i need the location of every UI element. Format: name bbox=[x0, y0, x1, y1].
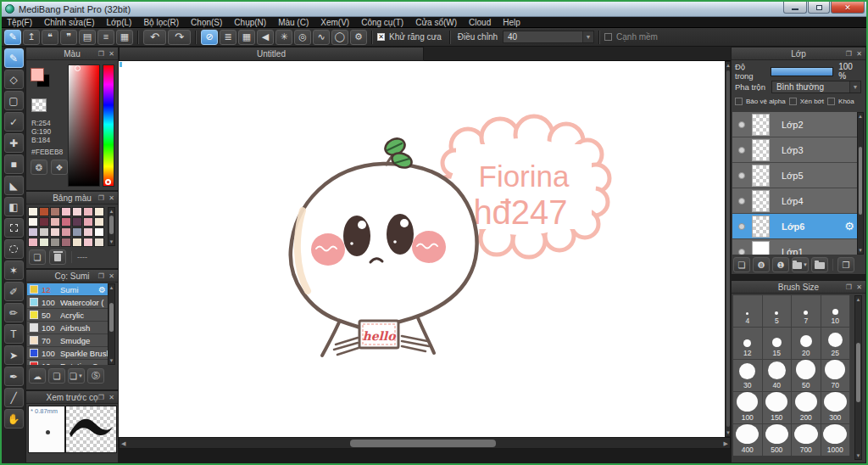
magic-wand-tool[interactable]: ✶ bbox=[4, 261, 24, 280]
brush-size-cell[interactable]: 4 bbox=[733, 295, 762, 327]
select-pen-tool[interactable]: ✐ bbox=[4, 282, 24, 301]
palette-swatch[interactable] bbox=[61, 217, 71, 227]
scroll-thumb[interactable] bbox=[109, 303, 114, 332]
paint-bucket-tool[interactable]: ◣ bbox=[4, 176, 24, 195]
brush-size-cell[interactable]: 5 bbox=[763, 295, 792, 327]
close-icon[interactable]: ✕ bbox=[108, 391, 114, 404]
snap-radial-button[interactable]: ✳ bbox=[275, 30, 292, 45]
menu-item-3[interactable]: Bộ lọc(R) bbox=[143, 18, 179, 27]
gear-icon[interactable]: ⚙ bbox=[844, 220, 854, 232]
shape-tool[interactable]: ▢ bbox=[4, 91, 24, 110]
palette-swatch[interactable] bbox=[39, 217, 49, 227]
move-tool[interactable]: ✚ bbox=[4, 133, 24, 153]
snap-curve-button[interactable]: ∿ bbox=[313, 30, 330, 45]
layer-row[interactable]: Lớp1 bbox=[732, 239, 860, 255]
minimize-button[interactable] bbox=[783, 2, 807, 14]
popout-icon[interactable]: ❐ bbox=[98, 192, 104, 204]
palette-swatch[interactable] bbox=[28, 217, 38, 227]
brush-row[interactable]: 10Rotation Sym bbox=[27, 360, 108, 365]
brush-size-cell[interactable]: 400 bbox=[733, 424, 762, 456]
scroll-down-icon[interactable]: ▼ bbox=[858, 247, 863, 254]
document-button[interactable]: ▤ bbox=[79, 30, 96, 45]
pointer-tool[interactable]: ➤ bbox=[4, 345, 24, 365]
brush-row[interactable]: 100Sparkle Brush bbox=[27, 347, 108, 360]
scroll-up-icon[interactable]: ▲ bbox=[108, 284, 114, 291]
layer-list-scrollbar[interactable]: ▲ ▼ bbox=[857, 112, 864, 255]
menu-item-2[interactable]: Lớp(L) bbox=[107, 18, 132, 27]
brush-size-cell[interactable]: 300 bbox=[821, 392, 850, 423]
brush-size-cell[interactable]: 10 bbox=[821, 295, 850, 327]
palette-swatch[interactable] bbox=[94, 227, 104, 237]
brush-size-cell[interactable]: 15 bbox=[763, 328, 792, 359]
menu-item-11[interactable]: Help bbox=[503, 18, 520, 27]
brush-size-cell[interactable]: 100 bbox=[733, 392, 762, 423]
layer-checkbox-2[interactable] bbox=[827, 98, 835, 105]
popout-icon[interactable]: ❐ bbox=[98, 391, 104, 404]
popout-icon[interactable]: ❐ bbox=[98, 270, 104, 283]
eraser-tool[interactable]: ◇ bbox=[4, 70, 24, 89]
palette-swatch[interactable] bbox=[72, 227, 82, 237]
menu-item-10[interactable]: Cloud bbox=[469, 18, 491, 27]
opacity-slider[interactable] bbox=[771, 67, 834, 76]
scroll-up-icon[interactable]: ▲ bbox=[108, 208, 114, 215]
palette-swatch[interactable] bbox=[39, 207, 49, 216]
scroll-down-icon[interactable]: ▼ bbox=[108, 357, 114, 364]
document-tab[interactable]: Untitled bbox=[119, 47, 424, 61]
redo-button[interactable]: ↷ bbox=[168, 30, 191, 45]
scroll-down-icon[interactable]: ▼ bbox=[855, 452, 861, 459]
palette-swatch[interactable] bbox=[39, 238, 49, 247]
eyedropper-tool[interactable]: ✒ bbox=[4, 367, 24, 386]
popout-icon[interactable]: ❐ bbox=[846, 48, 852, 60]
menu-item-7[interactable]: Xem(V) bbox=[320, 18, 349, 27]
layer-visibility-dot[interactable] bbox=[738, 249, 745, 255]
adjust-dropdown[interactable]: 40 ▼ bbox=[503, 31, 594, 43]
menu-item-9[interactable]: Cửa sổ(W) bbox=[415, 18, 457, 27]
brush-row[interactable]: 100Watercolor ( bbox=[27, 296, 108, 309]
scroll-up-icon[interactable]: ▲ bbox=[726, 62, 730, 69]
menu-item-8[interactable]: Công cụ(T) bbox=[361, 18, 403, 27]
scroll-down-icon[interactable]: ▼ bbox=[108, 238, 114, 245]
brush-size-cell[interactable]: 700 bbox=[792, 424, 821, 456]
palette-swatch[interactable] bbox=[39, 227, 49, 237]
snap-off-button[interactable]: ⊘ bbox=[201, 30, 218, 45]
brush-size-cell[interactable]: 40 bbox=[763, 360, 792, 391]
folder-button[interactable] bbox=[811, 257, 828, 272]
snap-vanishing-point-button[interactable]: ◀ bbox=[257, 30, 274, 45]
palette-swatch[interactable] bbox=[50, 238, 60, 247]
drawing-canvas[interactable]: Fiorina hđ247 bbox=[119, 61, 725, 437]
popout-icon[interactable]: ❐ bbox=[846, 281, 852, 294]
scroll-thumb[interactable] bbox=[856, 343, 860, 402]
palette-swatch[interactable] bbox=[72, 207, 82, 216]
restore-button[interactable] bbox=[808, 2, 830, 14]
menu-item-4[interactable]: Chọn(S) bbox=[191, 18, 222, 27]
add-folder-button[interactable]: ▼ bbox=[792, 257, 809, 272]
lasso-tool[interactable] bbox=[4, 239, 24, 259]
palette-swatch[interactable] bbox=[50, 217, 60, 227]
brush-script-button[interactable]: Ⓢ bbox=[87, 368, 104, 384]
duplicate-layer-button[interactable]: ❐ bbox=[837, 257, 854, 272]
divide-tool[interactable]: ╱ bbox=[4, 388, 24, 407]
palette-swatch[interactable] bbox=[83, 238, 93, 247]
gradient-tool[interactable]: ◧ bbox=[4, 197, 24, 216]
saturation-value-picker[interactable] bbox=[68, 64, 100, 187]
close-icon[interactable]: ✕ bbox=[108, 192, 114, 204]
scroll-left-icon[interactable]: ◀ bbox=[121, 440, 125, 447]
layer-checkbox-0[interactable] bbox=[735, 98, 743, 105]
blend-dropdown[interactable]: Bình thường ▼ bbox=[771, 81, 861, 93]
close-icon[interactable]: ✕ bbox=[856, 281, 862, 294]
palette-swatch[interactable] bbox=[83, 217, 93, 227]
brush-row[interactable]: 70Smudge bbox=[27, 334, 108, 347]
close-button[interactable]: ✕ bbox=[831, 2, 865, 14]
palette-swatch[interactable] bbox=[83, 207, 93, 216]
brush-size-cell[interactable]: 1000 bbox=[821, 424, 850, 456]
layer-checkbox-1[interactable] bbox=[789, 98, 797, 105]
brush-size-cell[interactable]: 12 bbox=[733, 328, 762, 359]
soft-edge-checkbox[interactable] bbox=[604, 33, 612, 41]
snap-settings-button[interactable]: ⚙ bbox=[350, 30, 367, 45]
undo-button[interactable]: ↶ bbox=[143, 30, 166, 45]
hue-slider[interactable] bbox=[103, 64, 114, 187]
popout-icon[interactable]: ❐ bbox=[98, 48, 104, 60]
palette-scrollbar[interactable]: ▲ ▼ bbox=[108, 207, 115, 246]
material-grid-button[interactable]: ▦ bbox=[116, 30, 133, 45]
layer-row[interactable]: Lớp6⚙ bbox=[732, 214, 860, 239]
